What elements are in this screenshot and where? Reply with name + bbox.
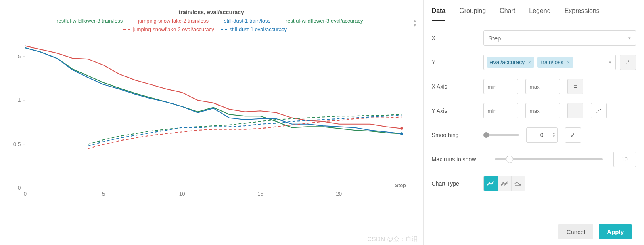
svg-text:15: 15 <box>257 191 263 196</box>
max-runs-value-input[interactable]: 10 <box>613 152 636 167</box>
max-runs-label: Max runs to show <box>432 156 484 163</box>
number-spinner-icon[interactable]: ▲▼ <box>552 132 556 138</box>
outliers-icon: ⋰ <box>596 108 602 114</box>
legend-swatch-icon <box>215 21 222 21</box>
x-axis-label: Step <box>395 183 406 188</box>
legend-item-label: restful-wildflower-3 train/loss <box>56 18 123 24</box>
tab-expressions[interactable]: Expressions <box>565 7 600 21</box>
legend-item-label: still-dust-1 eval/accuracy <box>230 26 287 32</box>
chart-title: train/loss, eval/accuracy <box>4 9 419 15</box>
svg-text:1.5: 1.5 <box>13 53 21 59</box>
svg-text:0: 0 <box>24 191 27 196</box>
legend-swatch-icon <box>277 21 283 21</box>
chart-type-label: Chart Type <box>432 180 476 187</box>
svg-text:0.5: 0.5 <box>13 141 21 147</box>
legend-scroll[interactable]: ▲ ▼ <box>413 19 417 27</box>
x-axis-max-input[interactable] <box>525 79 560 94</box>
legend-down-icon[interactable]: ▼ <box>413 23 417 27</box>
caret-down-icon: ▾ <box>609 60 611 65</box>
tab-chart[interactable]: Chart <box>500 7 515 21</box>
svg-text:10: 10 <box>179 191 185 196</box>
y-select[interactable]: eval/accuracy×train/loss× ▾ <box>483 55 616 70</box>
x-select-value: Step <box>489 35 501 42</box>
chart-type-pct-button[interactable] <box>511 176 525 191</box>
plot-area[interactable]: 00.511.505101520 Step <box>7 35 411 201</box>
x-axis-min-input[interactable] <box>483 79 518 94</box>
linear-scale-icon: ≡ <box>574 83 577 90</box>
legend-swatch-icon <box>129 21 136 21</box>
y-chip-label: eval/accuracy <box>490 59 525 65</box>
y-chip-label: train/loss <box>541 59 563 65</box>
footer-actions: Cancel Apply <box>558 224 632 239</box>
max-runs-value: 10 <box>621 156 628 163</box>
svg-text:20: 20 <box>336 191 342 196</box>
watermark: CSDN @众 : 血泪 <box>367 235 418 243</box>
legend-item[interactable]: jumping-snowflake-2 eval/accuracy <box>123 26 214 32</box>
cancel-button[interactable]: Cancel <box>558 224 594 239</box>
tab-grouping[interactable]: Grouping <box>459 7 486 21</box>
y-label: Y <box>432 59 476 65</box>
chart-pane: train/loss, eval/accuracy restful-wildfl… <box>0 0 423 245</box>
close-icon[interactable]: × <box>528 59 531 65</box>
smoothing-value-input[interactable]: 0 ▲▼ <box>526 127 558 143</box>
legend-item[interactable]: restful-wildflower-3 train/loss <box>48 18 123 24</box>
side-panel: DataGroupingChartLegendExpressions X Ste… <box>423 0 644 245</box>
legend-swatch-icon <box>48 21 54 21</box>
regex-button[interactable]: .* <box>620 55 636 70</box>
legend-item-label: still-dust-1 train/loss <box>224 18 270 24</box>
smoothing-label: Smoothing <box>432 132 476 138</box>
x-axis-scale-button[interactable]: ≡ <box>567 79 583 94</box>
svg-text:0: 0 <box>18 185 21 191</box>
svg-text:1: 1 <box>18 97 21 103</box>
legend-swatch-icon <box>123 29 130 30</box>
pct-chart-icon <box>514 181 522 186</box>
y-axis-label-text: Y Axis <box>432 108 476 114</box>
legend-item-label: jumping-snowflake-2 eval/accuracy <box>132 26 214 32</box>
smoothing-mode-button[interactable]: ⤦ <box>565 127 581 143</box>
tab-bar: DataGroupingChartLegendExpressions <box>424 0 644 21</box>
chart-legend: restful-wildflower-3 train/lossjumping-s… <box>4 18 407 32</box>
close-icon[interactable]: × <box>567 59 570 65</box>
max-runs-slider[interactable] <box>495 158 603 160</box>
legend-item[interactable]: still-dust-1 train/loss <box>215 18 270 24</box>
regex-icon: .* <box>626 59 629 65</box>
smoothing-slider[interactable] <box>483 134 519 136</box>
smoothing-icon: ⤦ <box>571 132 575 138</box>
legend-item[interactable]: still-dust-1 eval/accuracy <box>221 26 287 32</box>
svg-point-16 <box>400 133 403 135</box>
caret-down-icon: ▾ <box>628 36 631 41</box>
legend-swatch-icon <box>221 29 227 30</box>
tab-legend[interactable]: Legend <box>529 7 550 21</box>
linear-scale-icon: ≡ <box>574 108 577 114</box>
smoothing-value: 0 <box>540 132 544 138</box>
legend-item[interactable]: restful-wildflower-3 eval/accuracy <box>277 18 363 24</box>
y-axis-outliers-button[interactable]: ⋰ <box>591 103 607 118</box>
x-axis-label-text: X Axis <box>432 83 476 90</box>
y-chip[interactable]: train/loss× <box>537 57 573 68</box>
chart-type-group <box>483 176 525 191</box>
line-chart-icon <box>487 181 494 186</box>
svg-text:5: 5 <box>102 191 105 196</box>
x-label: X <box>432 35 476 41</box>
legend-item-label: jumping-snowflake-2 train/loss <box>138 18 209 24</box>
legend-item[interactable]: jumping-snowflake-2 train/loss <box>129 18 209 24</box>
chart-type-line-button[interactable] <box>484 176 498 191</box>
apply-button[interactable]: Apply <box>599 224 632 239</box>
y-axis-min-input[interactable] <box>483 103 518 118</box>
legend-item-label: restful-wildflower-3 eval/accuracy <box>286 18 363 24</box>
tab-data[interactable]: Data <box>432 7 446 21</box>
svg-point-15 <box>400 127 403 130</box>
area-chart-icon <box>501 181 508 186</box>
y-chip[interactable]: eval/accuracy× <box>487 57 535 68</box>
y-axis-scale-button[interactable]: ≡ <box>567 103 583 118</box>
chart-type-area-button[interactable] <box>498 176 511 191</box>
y-axis-max-input[interactable] <box>525 103 560 118</box>
x-select[interactable]: Step ▾ <box>483 30 636 46</box>
